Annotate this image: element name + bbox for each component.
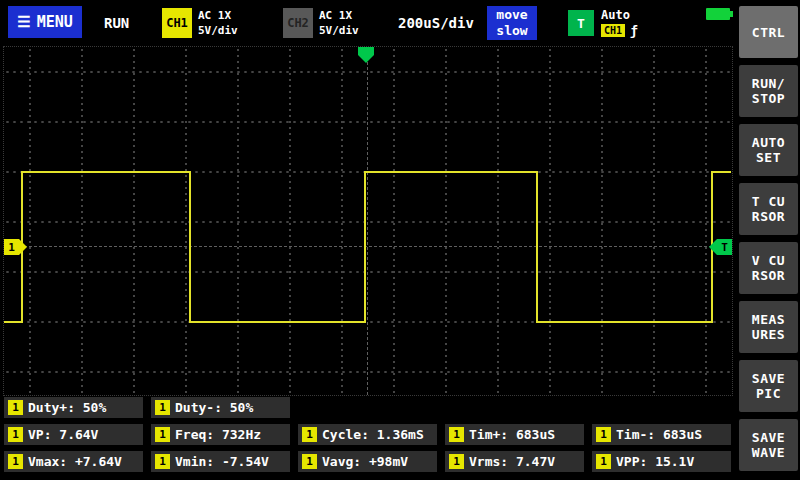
- trigger-settings[interactable]: T Auto CH1 ƒ: [568, 8, 638, 37]
- sidebar-button-t-cursor[interactable]: T CU RSOR: [739, 183, 798, 235]
- measurement-label: Vrms: [469, 454, 516, 469]
- move-mode-badge[interactable]: move slow: [487, 6, 537, 40]
- measurement-tim-minus: 1 Tim- 683uS: [592, 424, 731, 445]
- waveform-display[interactable]: 1 T: [4, 47, 732, 395]
- measurement-freq: 1 Freq 732Hz: [151, 424, 290, 445]
- measurement-value: +98mV: [369, 454, 408, 469]
- measurement-value: 50%: [83, 400, 106, 415]
- measurement-label: Freq: [175, 427, 222, 442]
- measurement-label: VPP: [616, 454, 655, 469]
- run-status: RUN: [104, 15, 129, 31]
- ch1-volts-div: 5V/div: [198, 23, 238, 38]
- ch2-volts-div: 5V/div: [319, 23, 359, 38]
- channel-badge: 1: [155, 427, 170, 442]
- measurement-label: Duty-: [175, 400, 230, 415]
- measurement-value: 732Hz: [222, 427, 261, 442]
- measurement-label: Cycle: [322, 427, 377, 442]
- measurements-row-2: 1 VP 7.64V 1 Freq 732Hz 1 Cycle 1.36mS 1…: [4, 424, 734, 445]
- menu-icon: ☰: [17, 13, 30, 31]
- sidebar-button-ctrl[interactable]: CTRL: [739, 6, 798, 58]
- measurement-vmax: 1 Vmax +7.64V: [4, 451, 143, 472]
- trigger-source-row: CH1 ƒ: [601, 24, 638, 37]
- top-bar: ☰ MENU RUN CH1 AC 1X 5V/div CH2 AC 1X 5V…: [0, 0, 737, 46]
- trigger-info: Auto CH1 ƒ: [601, 8, 638, 37]
- channel-badge: 1: [155, 454, 170, 469]
- measurement-vavg: 1 Vavg +98mV: [298, 451, 437, 472]
- ch2-coupling: AC 1X: [319, 8, 359, 23]
- timebase[interactable]: 200uS/div: [398, 15, 474, 31]
- battery-icon: [706, 8, 730, 20]
- measurement-value: -7.54V: [222, 454, 269, 469]
- measurements-panel: 1 Duty+ 50% 1 Duty- 50% 1 VP 7.64V 1 Fre…: [4, 397, 734, 478]
- sidebar-button-save-pic[interactable]: SAVE PIC: [739, 360, 798, 412]
- measurement-value: 7.64V: [59, 427, 98, 442]
- trigger-mode: Auto: [601, 8, 638, 22]
- sidebar: CTRL RUN/ STOP AUTO SET T CU RSOR V CU R…: [737, 0, 800, 480]
- channel1-position-marker[interactable]: 1: [4, 239, 19, 255]
- sidebar-button-measures[interactable]: MEAS URES: [739, 301, 798, 353]
- measurement-duty-minus: 1 Duty- 50%: [151, 397, 290, 418]
- ch1-badge: CH1: [162, 8, 192, 38]
- measurement-duty-plus: 1 Duty+ 50%: [4, 397, 143, 418]
- channel-badge: 1: [302, 427, 317, 442]
- menu-button[interactable]: ☰ MENU: [8, 6, 82, 38]
- measurement-value: 683uS: [663, 427, 702, 442]
- channel-badge: 1: [8, 400, 23, 415]
- waveform-svg: [4, 47, 732, 395]
- sidebar-button-auto-set[interactable]: AUTO SET: [739, 124, 798, 176]
- ch1-settings[interactable]: CH1 AC 1X 5V/div: [162, 8, 238, 38]
- trigger-badge: T: [568, 10, 594, 36]
- measurement-vpp: 1 VPP 15.1V: [592, 451, 731, 472]
- ch2-badge: CH2: [283, 8, 313, 38]
- trigger-position-marker[interactable]: [358, 47, 374, 55]
- measurement-vp: 1 VP 7.64V: [4, 424, 143, 445]
- measurement-value: 683uS: [516, 427, 555, 442]
- measurement-value: 1.36mS: [377, 427, 424, 442]
- waveform-trace: [4, 172, 731, 322]
- sidebar-button-run-stop[interactable]: RUN/ STOP: [739, 65, 798, 117]
- measurement-value: 50%: [230, 400, 253, 415]
- ch1-scale-info: AC 1X 5V/div: [198, 8, 238, 38]
- channel-badge: 1: [596, 427, 611, 442]
- trigger-level-marker[interactable]: T: [717, 239, 732, 255]
- measurement-label: Tim+: [469, 427, 516, 442]
- measurement-vrms: 1 Vrms 7.47V: [445, 451, 584, 472]
- measurements-row-3: 1 Vmax +7.64V 1 Vmin -7.54V 1 Vavg +98mV…: [4, 451, 734, 472]
- trigger-source-badge: CH1: [601, 24, 625, 37]
- measurement-value: 7.47V: [516, 454, 555, 469]
- sidebar-button-v-cursor[interactable]: V CU RSOR: [739, 242, 798, 294]
- channel-badge: 1: [596, 454, 611, 469]
- channel-badge: 1: [8, 427, 23, 442]
- measurement-value: +7.64V: [75, 454, 122, 469]
- measurement-cycle: 1 Cycle 1.36mS: [298, 424, 437, 445]
- channel-badge: 1: [8, 454, 23, 469]
- menu-label: MENU: [37, 13, 73, 31]
- measurement-value: 15.1V: [655, 454, 694, 469]
- measurement-tim-plus: 1 Tim+ 683uS: [445, 424, 584, 445]
- sidebar-button-save-wave[interactable]: SAVE WAVE: [739, 419, 798, 471]
- channel-badge: 1: [449, 427, 464, 442]
- measurements-row-1: 1 Duty+ 50% 1 Duty- 50%: [4, 397, 734, 418]
- measurement-label: Vmin: [175, 454, 222, 469]
- trigger-edge-icon: ƒ: [630, 24, 638, 37]
- measurement-label: VP: [28, 427, 59, 442]
- ch1-coupling: AC 1X: [198, 8, 238, 23]
- measurement-label: Vmax: [28, 454, 75, 469]
- channel-badge: 1: [302, 454, 317, 469]
- measurement-label: Duty+: [28, 400, 83, 415]
- channel-badge: 1: [449, 454, 464, 469]
- measurement-vmin: 1 Vmin -7.54V: [151, 451, 290, 472]
- ch2-settings[interactable]: CH2 AC 1X 5V/div: [283, 8, 359, 38]
- measurement-label: Vavg: [322, 454, 369, 469]
- ch2-scale-info: AC 1X 5V/div: [319, 8, 359, 38]
- oscilloscope-screen: ☰ MENU RUN CH1 AC 1X 5V/div CH2 AC 1X 5V…: [0, 0, 800, 480]
- measurement-label: Tim-: [616, 427, 663, 442]
- channel-badge: 1: [155, 400, 170, 415]
